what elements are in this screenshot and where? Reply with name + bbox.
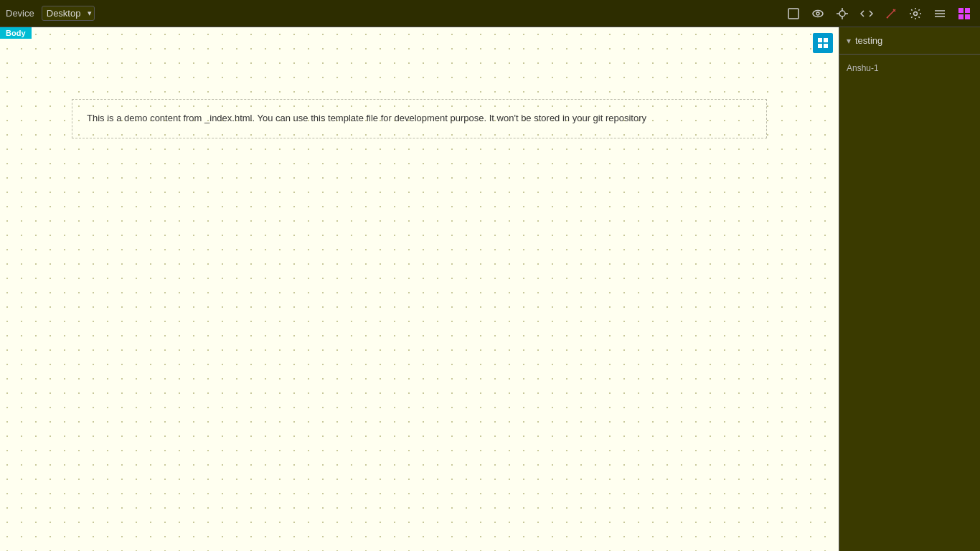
panel-title: testing — [855, 35, 882, 46]
svg-rect-17 — [958, 14, 963, 19]
canvas-toggle-button[interactable] — [813, 33, 833, 53]
settings-icon[interactable] — [905, 4, 925, 24]
menu-icon[interactable] — [930, 4, 950, 24]
body-tab: Body — [0, 27, 32, 39]
main-layout: Body This is a demo content from _index.… — [0, 27, 980, 551]
panel-content: Anshu-1 — [839, 55, 980, 82]
svg-point-3 — [839, 11, 845, 17]
pen-icon[interactable] — [881, 4, 901, 24]
device-label: Device — [6, 8, 34, 19]
right-panel-header[interactable]: ▾ testing — [839, 27, 980, 55]
device-select[interactable]: Desktop Tablet Mobile — [42, 6, 95, 21]
svg-point-2 — [816, 12, 819, 15]
demo-text: This is a demo content from _index.html.… — [87, 113, 646, 123]
svg-point-11 — [914, 11, 918, 15]
svg-rect-15 — [958, 8, 963, 13]
svg-rect-20 — [824, 38, 828, 42]
device-select-wrapper[interactable]: Desktop Tablet Mobile — [42, 6, 95, 21]
svg-rect-22 — [824, 44, 828, 48]
svg-rect-21 — [818, 44, 822, 48]
code-icon[interactable] — [857, 4, 877, 24]
svg-point-1 — [813, 10, 823, 17]
chevron-down-icon: ▾ — [847, 36, 851, 46]
select-icon[interactable] — [783, 4, 804, 24]
crosshair-icon[interactable] — [832, 4, 852, 24]
canvas-area: Body This is a demo content from _index.… — [0, 27, 839, 551]
svg-line-10 — [887, 17, 888, 18]
apps-icon[interactable] — [954, 4, 974, 24]
svg-rect-19 — [818, 38, 822, 42]
preview-icon[interactable] — [808, 4, 828, 24]
right-panel: ▾ testing Anshu-1 — [839, 27, 980, 551]
svg-rect-0 — [788, 9, 798, 19]
demo-content-box: This is a demo content from _index.html.… — [72, 99, 767, 138]
svg-rect-16 — [965, 8, 970, 13]
svg-rect-18 — [965, 14, 970, 19]
panel-item[interactable]: Anshu-1 — [847, 60, 973, 76]
toolbar: Device Desktop Tablet Mobile — [0, 0, 980, 27]
canvas-frame[interactable]: This is a demo content from _index.html.… — [0, 27, 839, 551]
